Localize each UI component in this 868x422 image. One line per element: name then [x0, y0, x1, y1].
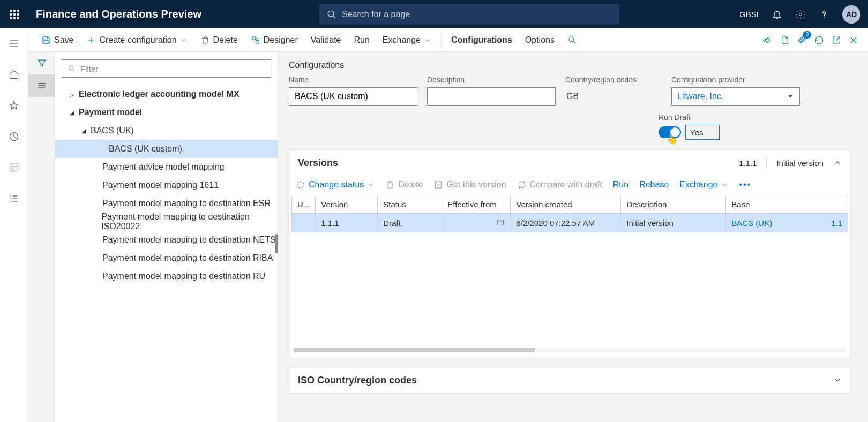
provider-select[interactable]: Litware, Inc. — [671, 87, 800, 106]
brand-title: Finance and Operations Preview — [28, 8, 201, 20]
bell-icon[interactable] — [772, 9, 782, 20]
exchange-button[interactable]: Exchange — [376, 28, 438, 52]
rebase-button[interactable]: Rebase — [639, 180, 669, 190]
change-status-button[interactable]: Change status — [296, 180, 375, 190]
modules-icon[interactable] — [4, 189, 24, 208]
col-status[interactable]: Status — [378, 195, 442, 214]
configurations-tab[interactable]: Configurations — [445, 28, 519, 52]
tree-node[interactable]: ◢BACS (UK) — [55, 122, 278, 140]
tree-node[interactable]: Payment advice model mapping — [55, 158, 278, 176]
description-field[interactable] — [427, 87, 556, 106]
options-tab[interactable]: Options — [519, 28, 561, 52]
more-icon[interactable]: ••• — [739, 180, 751, 190]
refresh-icon[interactable] — [814, 35, 824, 45]
section-title: Configurations — [289, 61, 851, 70]
chevron-down-icon — [787, 93, 794, 100]
table-row[interactable]: 1.1.1Draft6/2/2020 07:22:57 AMInitial ve… — [292, 214, 848, 233]
star-icon[interactable] — [4, 96, 24, 115]
tree-node[interactable]: Payment model mapping to destination RU — [55, 267, 278, 285]
cell-effective — [442, 214, 511, 233]
svg-rect-18 — [44, 40, 48, 43]
search-input[interactable] — [336, 10, 612, 19]
tree-filter[interactable] — [62, 59, 271, 78]
versions-header[interactable]: Versions 1.1.1 Initial version — [289, 150, 850, 176]
tree-node-label: Payment model mapping 1611 — [91, 180, 219, 190]
run-draft-toggle[interactable] — [659, 126, 681, 138]
delete-label: Delete — [213, 35, 238, 45]
iso-codes-card[interactable]: ISO Country/region codes — [289, 367, 851, 394]
version-exchange-button[interactable]: Exchange — [679, 180, 728, 190]
col-version[interactable]: Version — [316, 195, 378, 214]
svg-point-0 — [328, 11, 334, 17]
col-effective[interactable]: Effective from — [442, 195, 511, 214]
designer-button[interactable]: Designer — [244, 28, 304, 52]
name-field[interactable] — [289, 87, 417, 106]
workspace-icon[interactable] — [4, 158, 24, 177]
find-button[interactable] — [561, 28, 583, 52]
tree-node[interactable]: Payment model mapping to destination RIB… — [55, 249, 278, 267]
horizontal-scrollbar[interactable] — [294, 348, 846, 352]
diamond-icon[interactable] — [763, 35, 773, 45]
cell-base: BACS (UK)1.1 — [726, 214, 848, 233]
tree-node[interactable]: Payment model mapping to destination NET… — [55, 231, 278, 249]
caret-icon: ◢ — [65, 109, 79, 116]
tree-node[interactable]: ▷Electronic ledger accounting model MX — [55, 85, 278, 103]
col-r[interactable]: R... — [292, 195, 316, 214]
svg-rect-37 — [498, 220, 504, 225]
avatar[interactable]: AD — [842, 5, 860, 24]
company-code[interactable]: GBSI — [739, 10, 759, 19]
save-button[interactable]: Save — [35, 28, 80, 52]
svg-rect-17 — [44, 37, 47, 39]
versions-summary-version: 1.1.1 — [739, 159, 757, 168]
attach-button[interactable]: 0 — [797, 34, 807, 46]
list-view-button[interactable] — [28, 74, 55, 97]
tree-node-label: Payment model — [79, 108, 142, 117]
app-launcher-icon[interactable] — [0, 0, 28, 28]
tree-node[interactable]: BACS (UK custom) — [55, 140, 278, 158]
iso-codes-title: ISO Country/region codes — [298, 375, 417, 386]
delete-button[interactable]: Delete — [194, 28, 244, 52]
document-icon[interactable] — [780, 35, 790, 45]
version-run-button[interactable]: Run — [613, 180, 628, 190]
config-tree: ▷Electronic ledger accounting model MX◢P… — [55, 82, 278, 289]
left-rail — [0, 28, 28, 422]
close-icon[interactable] — [849, 35, 858, 45]
chevron-up-icon — [833, 159, 842, 167]
validate-button[interactable]: Validate — [304, 28, 348, 52]
versions-table: R... Version Status Effective from Versi… — [291, 195, 848, 232]
global-search[interactable] — [319, 4, 619, 25]
cell-created: 6/2/2020 07:22:57 AM — [511, 214, 621, 233]
tree-node-label: Payment model mapping to destination RIB… — [91, 253, 273, 263]
recent-icon[interactable] — [4, 127, 24, 146]
tree-filter-input[interactable] — [80, 64, 265, 73]
tree-node-label: Payment model mapping to destination ESR — [91, 199, 271, 208]
run-label: Run — [354, 35, 369, 45]
tree-node-label: BACS (UK) — [91, 126, 134, 135]
provider-value: Litware, Inc. — [677, 92, 723, 101]
table-header-row: R... Version Status Effective from Versi… — [292, 195, 848, 214]
gear-icon[interactable] — [795, 9, 806, 20]
col-desc[interactable]: Description — [621, 195, 726, 214]
tree-node[interactable]: Payment model mapping 1611 — [55, 176, 278, 194]
tree-node[interactable]: Payment model mapping to destination ISO… — [55, 213, 278, 231]
caret-icon: ▷ — [65, 91, 79, 98]
svg-point-2 — [799, 13, 802, 16]
help-icon[interactable] — [819, 9, 829, 20]
country-codes-value: GB — [565, 87, 662, 106]
create-configuration-label: Create configuration — [99, 35, 176, 45]
svg-point-35 — [297, 182, 304, 188]
col-created[interactable]: Version created — [511, 195, 621, 214]
versions-toolbar: Change status Delete Get this version Co… — [289, 176, 850, 195]
svg-line-34 — [73, 70, 74, 71]
create-configuration-button[interactable]: Create configuration — [80, 28, 193, 52]
tree-node[interactable]: ◢Payment model — [55, 103, 278, 122]
cell-desc: Initial version — [621, 214, 726, 233]
col-base[interactable]: Base — [726, 195, 848, 214]
hamburger-icon[interactable] — [4, 34, 24, 53]
popout-icon[interactable] — [832, 35, 841, 45]
filter-view-button[interactable] — [28, 52, 55, 74]
run-button[interactable]: Run — [347, 28, 376, 52]
search-icon — [327, 10, 336, 19]
home-icon[interactable] — [4, 65, 24, 84]
tree-node[interactable]: Payment model mapping to destination ESR — [55, 194, 278, 213]
